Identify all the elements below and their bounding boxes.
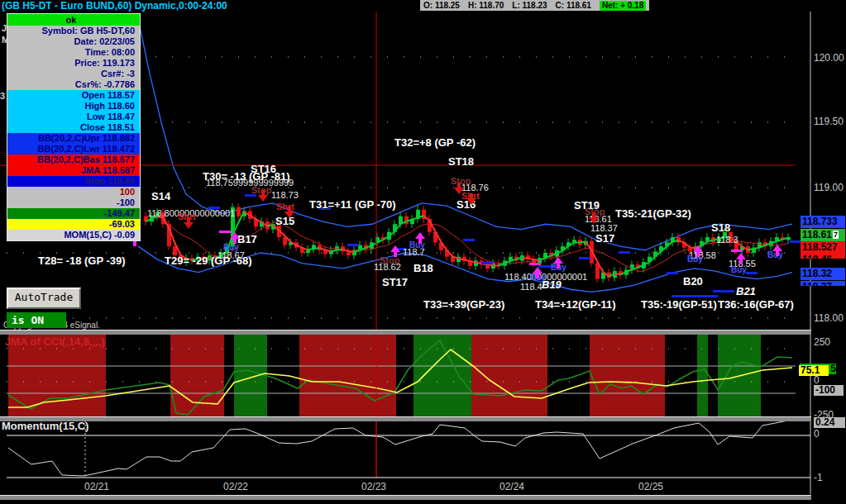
arrow-stem — [418, 239, 422, 244]
window-title: (GB H5-DT - Euro BUND,60) Dynamic,0:00-2… — [2, 0, 227, 12]
trade-annotation: 118.37 — [590, 223, 618, 233]
trade-annotation: B21 — [736, 285, 756, 297]
arrow-stem — [133, 241, 136, 246]
trade-annotation: Buy — [731, 265, 747, 274]
signal-arrow-down — [454, 183, 464, 194]
arrow-stem — [696, 252, 700, 257]
arrow-stem — [776, 251, 779, 256]
arrow-head-icon — [258, 195, 268, 202]
data-window-row: Csr%: -0.7786 — [7, 79, 140, 90]
arrow-head-icon — [553, 257, 563, 264]
date-label: 02/21 — [84, 481, 109, 492]
price-badge: 118.46 — [801, 254, 845, 259]
signal-arrow-down — [466, 193, 476, 205]
stop-level-dash — [667, 272, 678, 274]
data-window-panel[interactable]: okSymbol: GB H5-DT,60Date: 02/23/05Time:… — [7, 13, 141, 241]
quote-open: O: 118.25 — [423, 1, 460, 10]
data-window-row: Csr#: -3 — [7, 69, 140, 79]
arrow-head-icon — [284, 212, 294, 218]
trade-annotation: S17 — [595, 232, 614, 245]
indicator-value-badge: 0.24 — [814, 417, 845, 428]
signal-arrow-down — [184, 217, 194, 229]
trade-annotation: T33=+39(GP-23) — [423, 298, 504, 311]
trade-annotation: 118.75999999999999 — [206, 178, 294, 188]
arrow-head-icon — [230, 232, 240, 239]
indicator-axis-label: 250 — [814, 336, 830, 348]
trade-annotation: T28= -18 (GP -39) — [38, 254, 126, 267]
arrow-head-icon — [533, 267, 542, 273]
autotrade-button[interactable]: AutoTrade — [7, 288, 81, 309]
arrow-head-icon — [390, 245, 400, 252]
indicator-value-badge: -100 — [814, 385, 844, 396]
trade-annotation: S14 — [151, 190, 170, 202]
data-window-row: BB(20,2,C)Lwr 118.472 — [7, 144, 140, 155]
data-window-row: BB(20,2,C)Upr 118.882 — [7, 133, 140, 144]
signal-arrow-up — [415, 232, 425, 244]
stop-level-dash — [790, 240, 801, 243]
trade-annotation: 118.4000000000001 — [504, 272, 587, 282]
trade-annotation: Buy — [223, 243, 239, 252]
signal-arrow-down — [589, 212, 599, 224]
trade-annotation: B20 — [683, 275, 703, 288]
trade-annotation: T31=+11 (GP -70) — [309, 198, 396, 211]
data-window-row: Low 118.47 — [7, 112, 140, 122]
data-window-row: Symbol: GB H5-DT,60 — [7, 26, 140, 36]
trade-annotation: T32=+8 (GP -62) — [394, 136, 476, 149]
signal-arrow-up — [772, 245, 782, 256]
indicator-value-badge: 75.1 — [799, 365, 829, 376]
panel-separator[interactable] — [0, 495, 811, 500]
stop-level-dash — [713, 290, 734, 292]
trade-annotation: T35:-19(GP-51) — [641, 298, 717, 311]
signal-arrow-up — [230, 232, 240, 244]
arrow-head-icon — [415, 232, 425, 239]
trade-annotation: ST17 — [382, 276, 408, 288]
data-window-row: ok — [7, 14, 140, 26]
trade-annotation: T36:-16(GP-67) — [718, 298, 794, 311]
panel-separator[interactable] — [0, 330, 811, 335]
price-badge-extra: 7 — [833, 231, 839, 239]
arrow-head-icon — [772, 245, 782, 251]
date-label: 02/22 — [223, 481, 248, 492]
data-window-row: -149.47 — [7, 208, 140, 219]
price-axis-label: 118.00 — [814, 312, 844, 324]
data-window-row: Close 118.51 — [7, 122, 140, 133]
signal-arrow-down — [258, 190, 268, 202]
signal-arrow-up — [533, 267, 542, 278]
trade-annotation: ST18 — [448, 155, 474, 168]
quote-low: L: 118.23 — [512, 1, 547, 10]
arrow-head-icon — [693, 245, 703, 252]
date-label: 02/23 — [361, 481, 386, 492]
price-axis-label: 119.00 — [814, 182, 844, 193]
stop-level-dash — [219, 231, 231, 233]
price-axis-label: 119.50 — [814, 116, 844, 127]
price-badge: 118.32 — [801, 268, 845, 280]
arrow-head-icon — [466, 198, 476, 205]
signal-arrow-up — [736, 253, 746, 264]
stop-level-dash — [731, 250, 743, 252]
net-change-badge: Net: + 0.18 — [600, 1, 646, 11]
trade-annotation: T34=+12(GP-11) — [535, 298, 616, 311]
trade-annotation: 118.4 — [520, 282, 542, 292]
arrow-stem — [394, 252, 397, 257]
data-window-row: High 118.60 — [7, 101, 140, 112]
indicator-axis-label: 0 — [814, 428, 820, 440]
price-badge: 118.733 — [801, 216, 845, 228]
quote-strip: O: 118.25 H: 118.70 L: 118.23 C: 118.61 … — [420, 0, 649, 11]
indicator-axis-label: 0 — [814, 374, 820, 386]
stop-level-dash — [347, 244, 359, 246]
data-window-row: Stop 118.69 — [7, 176, 140, 187]
quote-close: C: 118.61 — [556, 1, 591, 10]
arrow-stem — [739, 259, 743, 264]
stop-level-dash — [463, 239, 475, 241]
trade-annotation: 118.73 — [271, 190, 299, 200]
panel-separator[interactable] — [0, 416, 811, 421]
autotrade-status-badge: is ON — [7, 312, 66, 328]
stop-level-dash — [619, 251, 630, 254]
date-label: 02/24 — [499, 481, 524, 492]
arrow-stem — [536, 273, 539, 278]
stop-level-dash — [579, 257, 590, 259]
arrow-stem — [233, 239, 237, 244]
data-window-row: Open 118.57 — [7, 90, 140, 101]
data-window-row: -100 — [7, 197, 140, 208]
signal-arrow-up — [693, 245, 703, 257]
